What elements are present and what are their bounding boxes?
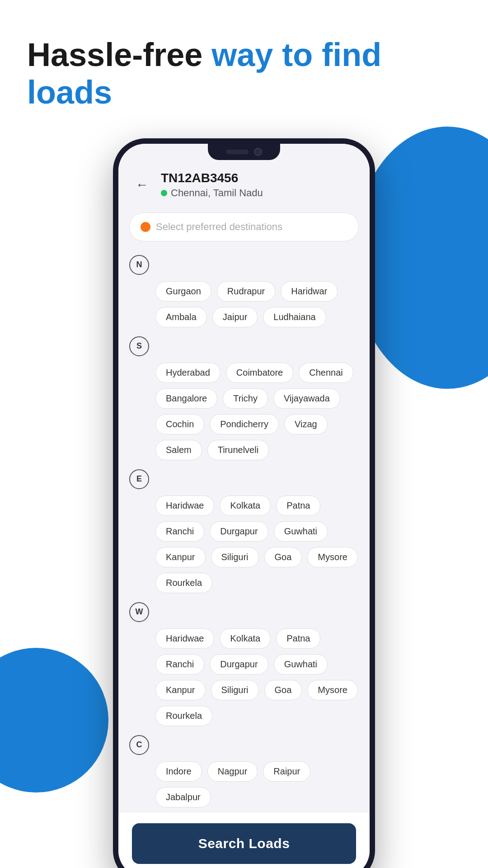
phone-notch bbox=[208, 144, 280, 160]
tag-patna[interactable]: Patna bbox=[276, 495, 320, 516]
tag-mysore[interactable]: Mysore bbox=[307, 547, 358, 567]
tag-durgapur[interactable]: Durgapur bbox=[210, 521, 268, 542]
tag-jaipur[interactable]: Jaipur bbox=[212, 307, 258, 327]
tags-wrap-east: HaridwaeKolkataPatnaRanchiDurgapurGuwhat… bbox=[129, 495, 359, 593]
tag-gurgaon[interactable]: Gurgaon bbox=[155, 281, 211, 302]
tag-guwhati[interactable]: Guwhati bbox=[274, 654, 328, 675]
direction-header-west: W bbox=[129, 602, 359, 622]
vehicle-location: Chennai, Tamil Nadu bbox=[161, 187, 263, 199]
tag-ambala[interactable]: Ambala bbox=[155, 307, 207, 327]
tag-cochin[interactable]: Cochin bbox=[155, 414, 204, 434]
direction-icon-central: C bbox=[129, 735, 149, 755]
tag-haridwae[interactable]: Haridwae bbox=[155, 628, 214, 649]
tag-tirunelveli[interactable]: Tirunelveli bbox=[207, 440, 269, 460]
tag-salem[interactable]: Salem bbox=[155, 440, 202, 460]
headline-blue-2: loads bbox=[27, 74, 112, 110]
tag-kanpur[interactable]: Kanpur bbox=[155, 680, 206, 700]
tag-durgapur[interactable]: Durgapur bbox=[210, 654, 268, 675]
tag-ludhaiana[interactable]: Ludhaiana bbox=[263, 307, 326, 327]
tag-mysore[interactable]: Mysore bbox=[307, 680, 358, 700]
direction-icon-north: N bbox=[129, 255, 149, 275]
main-headline: Hassle-free way to find loads bbox=[27, 36, 461, 111]
direction-header-north: N bbox=[129, 255, 359, 275]
direction-section-south: SHyderabadCoimbatoreChennaiBangaloreTric… bbox=[118, 332, 370, 465]
online-indicator bbox=[161, 190, 167, 196]
location-pin-icon bbox=[141, 222, 150, 232]
tag-trichy[interactable]: Trichy bbox=[223, 388, 268, 409]
direction-header-south: S bbox=[129, 336, 359, 356]
search-loads-button[interactable]: Search Loads bbox=[132, 823, 356, 864]
notch-camera bbox=[254, 148, 262, 156]
direction-section-central: CIndoreNagpurRaipurJabalpur bbox=[118, 731, 370, 812]
tag-coimbatore[interactable]: Coimbatore bbox=[226, 363, 293, 383]
tag-indore[interactable]: Indore bbox=[155, 761, 202, 782]
direction-header-central: C bbox=[129, 735, 359, 755]
direction-icon-south: S bbox=[129, 336, 149, 356]
headline-section: Hassle-free way to find loads bbox=[0, 0, 488, 111]
phone-container: ← TN12AB3456 Chennai, Tamil Nadu Select … bbox=[0, 138, 488, 868]
direction-header-east: E bbox=[129, 469, 359, 489]
tags-wrap-central: IndoreNagpurRaipurJabalpur bbox=[129, 761, 359, 807]
direction-icon-west: W bbox=[129, 602, 149, 622]
tag-kolkata[interactable]: Kolkata bbox=[220, 495, 271, 516]
tag-guwhati[interactable]: Guwhati bbox=[274, 521, 328, 542]
tag-hyderabad[interactable]: Hyderabad bbox=[155, 363, 221, 383]
direction-section-north: NGurgaonRudrapurHaridwarAmbalaJaipurLudh… bbox=[118, 250, 370, 332]
tag-kanpur[interactable]: Kanpur bbox=[155, 547, 206, 567]
destination-search-bar[interactable]: Select preferred destinations bbox=[129, 212, 359, 241]
notch-sensors bbox=[226, 150, 249, 154]
tag-haridwar[interactable]: Haridwar bbox=[281, 281, 338, 302]
back-button[interactable]: ← bbox=[132, 175, 152, 195]
headline-blue-1: way to find bbox=[211, 37, 381, 73]
tag-bangalore[interactable]: Bangalore bbox=[155, 388, 217, 409]
vehicle-id: TN12AB3456 bbox=[161, 171, 263, 185]
tag-goa[interactable]: Goa bbox=[264, 547, 302, 567]
tag-siliguri[interactable]: Siliguri bbox=[211, 547, 259, 567]
tag-vizag[interactable]: Vizag bbox=[284, 414, 328, 434]
tag-pondicherry[interactable]: Pondicherry bbox=[210, 414, 279, 434]
tags-wrap-west: HaridwaeKolkataPatnaRanchiDurgapurGuwhat… bbox=[129, 628, 359, 726]
tag-rourkela[interactable]: Rourkela bbox=[155, 706, 212, 726]
search-placeholder-text: Select preferred destinations bbox=[156, 221, 282, 233]
tag-raipur[interactable]: Raipur bbox=[263, 761, 310, 782]
tag-siliguri[interactable]: Siliguri bbox=[211, 680, 259, 700]
tag-nagpur[interactable]: Nagpur bbox=[207, 761, 258, 782]
direction-icon-east: E bbox=[129, 469, 149, 489]
phone-mockup: ← TN12AB3456 Chennai, Tamil Nadu Select … bbox=[113, 138, 375, 868]
headline-black: Hassle-free bbox=[27, 37, 211, 73]
directions-container: NGurgaonRudrapurHaridwarAmbalaJaipurLudh… bbox=[118, 250, 370, 812]
tag-rudrapur[interactable]: Rudrapur bbox=[217, 281, 275, 302]
tags-wrap-north: GurgaonRudrapurHaridwarAmbalaJaipurLudha… bbox=[129, 281, 359, 327]
tag-jabalpur[interactable]: Jabalpur bbox=[155, 787, 211, 807]
tag-ranchi[interactable]: Ranchi bbox=[155, 521, 204, 542]
phone-screen: ← TN12AB3456 Chennai, Tamil Nadu Select … bbox=[118, 144, 370, 868]
tags-wrap-south: HyderabadCoimbatoreChennaiBangaloreTrich… bbox=[129, 363, 359, 460]
tag-haridwae[interactable]: Haridwae bbox=[155, 495, 214, 516]
tag-patna[interactable]: Patna bbox=[276, 628, 320, 649]
tag-ranchi[interactable]: Ranchi bbox=[155, 654, 204, 675]
location-text: Chennai, Tamil Nadu bbox=[171, 187, 263, 199]
tag-goa[interactable]: Goa bbox=[264, 680, 302, 700]
tag-vijayawada[interactable]: Vijayawada bbox=[273, 388, 340, 409]
bottom-action-bar: Search Loads bbox=[118, 812, 370, 868]
tag-rourkela[interactable]: Rourkela bbox=[155, 573, 212, 593]
tag-chennai[interactable]: Chennai bbox=[299, 363, 353, 383]
direction-section-east: EHaridwaeKolkataPatnaRanchiDurgapurGuwha… bbox=[118, 465, 370, 598]
vehicle-info: TN12AB3456 Chennai, Tamil Nadu bbox=[161, 171, 263, 199]
direction-section-west: WHaridwaeKolkataPatnaRanchiDurgapurGuwha… bbox=[118, 598, 370, 731]
tag-kolkata[interactable]: Kolkata bbox=[220, 628, 271, 649]
